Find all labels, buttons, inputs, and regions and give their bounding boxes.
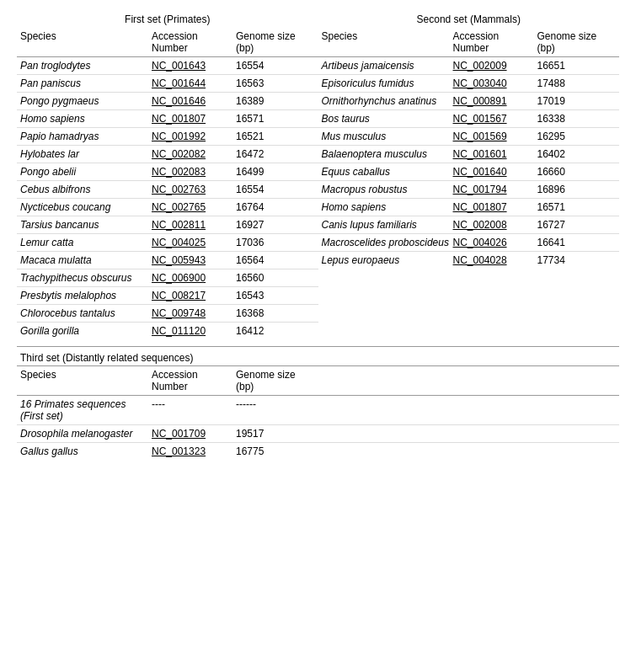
genome-cell: 16571 bbox=[537, 201, 613, 213]
genome-cell: 16412 bbox=[236, 325, 312, 337]
accession-cell[interactable]: NC_008217 bbox=[152, 290, 236, 301]
sets-container: Species Accession Number Genome size (bp… bbox=[17, 27, 619, 339]
accession-cell[interactable]: NC_002082 bbox=[152, 148, 236, 160]
species-cell: Equus caballus bbox=[318, 166, 453, 178]
accession-cell[interactable]: NC_004026 bbox=[453, 237, 537, 248]
set3-col-species-header: Species bbox=[17, 369, 152, 392]
accession-cell[interactable]: NC_006900 bbox=[152, 272, 236, 284]
accession-cell[interactable]: NC_009748 bbox=[152, 307, 236, 319]
accession-cell[interactable]: NC_001567 bbox=[453, 113, 537, 125]
table-row: Tarsius bancanus NC_002811 16927 bbox=[17, 216, 318, 234]
table-row: Episoriculus fumidus NC_003040 17488 bbox=[318, 75, 620, 93]
table-row: Canis lupus familiaris NC_002008 16727 bbox=[318, 216, 620, 234]
table-row: Homo sapiens NC_001807 16571 bbox=[318, 199, 620, 216]
accession-cell[interactable]: NC_001807 bbox=[453, 201, 537, 213]
set1-col-genome-header: Genome size (bp) bbox=[236, 30, 312, 54]
accession-cell[interactable]: NC_004025 bbox=[152, 237, 236, 248]
table-row: Artibeus jamaicensis NC_002009 16651 bbox=[318, 57, 620, 75]
accession-cell[interactable]: NC_001807 bbox=[152, 113, 236, 125]
species-cell: Lepus europaeus bbox=[318, 254, 453, 266]
table-row: Homo sapiens NC_001807 16571 bbox=[17, 110, 318, 128]
species-cell: Artibeus jamaicensis bbox=[318, 60, 453, 72]
table-row: Mus musculus NC_001569 16295 bbox=[318, 128, 620, 146]
accession-cell[interactable]: NC_004028 bbox=[453, 254, 537, 266]
species-cell: Papio hamadryas bbox=[17, 131, 152, 142]
set2-title: Second set (Mammals) bbox=[318, 13, 620, 27]
set1-rows: Pan troglodytes NC_001643 16554 Pan pani… bbox=[17, 57, 318, 339]
species-cell: Homo sapiens bbox=[318, 201, 453, 213]
table-row: Macroscelides proboscideus NC_004026 166… bbox=[318, 234, 620, 252]
genome-cell: 16521 bbox=[236, 131, 312, 142]
accession-cell[interactable]: NC_001601 bbox=[453, 148, 537, 160]
accession-cell[interactable]: NC_002009 bbox=[453, 60, 537, 72]
genome-cell: 16554 bbox=[236, 60, 312, 72]
species-cell: Balaenoptera musculus bbox=[318, 148, 453, 160]
accession-cell[interactable]: NC_001992 bbox=[152, 131, 236, 142]
species-cell: Presbytis melalophos bbox=[17, 290, 152, 301]
species-cell: Homo sapiens bbox=[17, 113, 152, 125]
accession-cell[interactable]: NC_001323 bbox=[152, 445, 236, 457]
table-row: Gorilla gorilla NC_011120 16412 bbox=[17, 323, 318, 339]
genome-cell: 16338 bbox=[537, 113, 613, 125]
set2-col-species-header: Species bbox=[318, 30, 453, 54]
accession-cell[interactable]: NC_001646 bbox=[152, 95, 236, 107]
genome-cell: 17734 bbox=[537, 254, 613, 266]
genome-cell: 16651 bbox=[537, 60, 613, 72]
genome-cell: 16554 bbox=[236, 184, 312, 195]
table-row: Hylobates lar NC_002082 16472 bbox=[17, 146, 318, 163]
accession-cell[interactable]: NC_001709 bbox=[152, 428, 236, 440]
genome-cell: 16896 bbox=[537, 184, 613, 195]
species-cell: Bos taurus bbox=[318, 113, 453, 125]
accession-cell[interactable]: NC_011120 bbox=[152, 325, 236, 337]
set3-title: Third set (Distantly related sequences) bbox=[17, 350, 619, 365]
table-row: Lepus europaeus NC_004028 17734 bbox=[318, 252, 620, 269]
species-cell: Macropus robustus bbox=[318, 184, 453, 195]
species-cell: Mus musculus bbox=[318, 131, 453, 142]
genome-cell: 16368 bbox=[236, 307, 312, 319]
species-cell: Cebus albifrons bbox=[17, 184, 152, 195]
genome-cell: 17488 bbox=[537, 77, 613, 89]
genome-cell: 17019 bbox=[537, 95, 613, 107]
species-cell: Drosophila melanogaster bbox=[17, 428, 152, 440]
accession-cell[interactable]: NC_002083 bbox=[152, 166, 236, 178]
accession-cell[interactable]: NC_002008 bbox=[453, 219, 537, 231]
accession-cell[interactable]: NC_001569 bbox=[453, 131, 537, 142]
table-row: Macropus robustus NC_001794 16896 bbox=[318, 181, 620, 199]
accession-cell[interactable]: NC_000891 bbox=[453, 95, 537, 107]
table-row: Bos taurus NC_001567 16338 bbox=[318, 110, 620, 128]
genome-cell: 16389 bbox=[236, 95, 312, 107]
species-cell: Nycticebus coucang bbox=[17, 201, 152, 213]
species-cell: Macaca mulatta bbox=[17, 254, 152, 266]
genome-cell: 16660 bbox=[537, 166, 613, 178]
accession-cell[interactable]: NC_001640 bbox=[453, 166, 537, 178]
table-row: Pongo abelii NC_002083 16499 bbox=[17, 163, 318, 181]
table-row: Pan troglodytes NC_001643 16554 bbox=[17, 57, 318, 75]
species-cell: Ornithorhynchus anatinus bbox=[318, 95, 453, 107]
main-wrapper: First set (Primates) Second set (Mammals… bbox=[17, 13, 619, 460]
table-row: Pan paniscus NC_001644 16563 bbox=[17, 75, 318, 93]
species-cell: 16 Primates sequences (First set) bbox=[17, 398, 152, 422]
species-cell: Pan paniscus bbox=[17, 77, 152, 89]
accession-cell[interactable]: NC_002811 bbox=[152, 219, 236, 231]
genome-cell: 16775 bbox=[236, 445, 312, 457]
accession-cell[interactable]: NC_003040 bbox=[453, 77, 537, 89]
table-row: Drosophila melanogaster NC_001709 19517 bbox=[17, 425, 619, 443]
accession-cell[interactable]: NC_001643 bbox=[152, 60, 236, 72]
set3-rows: 16 Primates sequences (First set) ---- -… bbox=[17, 396, 619, 460]
table-row: Gallus gallus NC_001323 16775 bbox=[17, 443, 619, 460]
accession-cell[interactable]: NC_001794 bbox=[453, 184, 537, 195]
set3-col-genome-header: Genome size (bp) bbox=[236, 369, 312, 392]
top-headers: First set (Primates) Second set (Mammals… bbox=[17, 13, 619, 27]
table-row: 16 Primates sequences (First set) ---- -… bbox=[17, 396, 619, 425]
accession-cell[interactable]: NC_005943 bbox=[152, 254, 236, 266]
accession-cell[interactable]: NC_002763 bbox=[152, 184, 236, 195]
species-cell: Pan troglodytes bbox=[17, 60, 152, 72]
genome-cell: 16571 bbox=[236, 113, 312, 125]
species-cell: Canis lupus familiaris bbox=[318, 219, 453, 231]
accession-cell[interactable]: NC_001644 bbox=[152, 77, 236, 89]
species-cell: Gallus gallus bbox=[17, 445, 152, 457]
accession-cell[interactable]: NC_002765 bbox=[152, 201, 236, 213]
genome-cell: 16472 bbox=[236, 148, 312, 160]
set1-col-headers: Species Accession Number Genome size (bp… bbox=[17, 27, 318, 57]
table-row: Papio hamadryas NC_001992 16521 bbox=[17, 128, 318, 146]
